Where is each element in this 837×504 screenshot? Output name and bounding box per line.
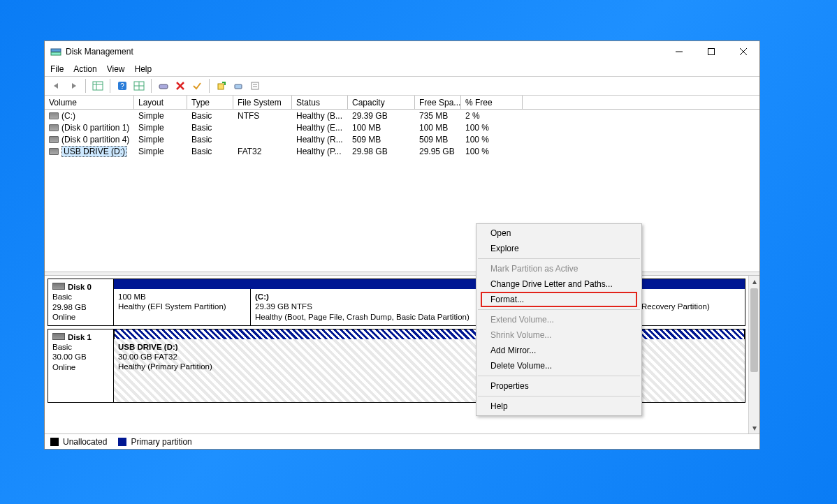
col-spacer bbox=[523, 96, 759, 109]
refresh-icon[interactable] bbox=[156, 78, 171, 94]
disk-icon bbox=[52, 283, 65, 290]
col-status[interactable]: Status bbox=[292, 96, 348, 109]
disk-label: Disk 1 Basic 30.00 GB Online bbox=[48, 329, 114, 402]
scroll-down-icon[interactable]: ▾ bbox=[749, 422, 759, 433]
svg-text:?: ? bbox=[120, 82, 124, 90]
partition-band-selected bbox=[114, 329, 745, 339]
svg-rect-6 bbox=[93, 82, 103, 90]
disk-name: Disk 0 bbox=[68, 283, 92, 291]
disk-icon bbox=[52, 333, 65, 340]
disk-management-window: Disk Management File Action View Help ? … bbox=[44, 40, 760, 450]
disk-size: 29.98 GB bbox=[52, 302, 109, 312]
scroll-thumb[interactable] bbox=[750, 288, 758, 372]
forward-button[interactable] bbox=[66, 78, 81, 94]
legend-primary: Primary partition bbox=[118, 437, 191, 447]
volume-fs: FAT32 bbox=[233, 147, 292, 156]
volume-status: Healthy (R... bbox=[292, 135, 348, 144]
ctx-mark-active: Mark Partition as Active bbox=[476, 261, 641, 276]
partition-band bbox=[114, 279, 745, 289]
view-grid-icon[interactable] bbox=[131, 78, 147, 94]
volume-status: Healthy (P... bbox=[292, 147, 348, 156]
scroll-up-icon[interactable]: ▴ bbox=[749, 276, 759, 287]
view-columns-icon[interactable] bbox=[90, 78, 105, 94]
svg-rect-16 bbox=[235, 84, 242, 89]
titlebar: Disk Management bbox=[45, 41, 759, 62]
disk-name: Disk 1 bbox=[68, 333, 92, 341]
eject-icon[interactable] bbox=[231, 78, 246, 94]
svg-rect-17 bbox=[252, 82, 259, 89]
delete-icon[interactable] bbox=[173, 78, 188, 94]
col-volume[interactable]: Volume bbox=[45, 96, 134, 109]
ctx-extend: Extend Volume... bbox=[476, 312, 641, 327]
volume-pct: 100 % bbox=[461, 135, 523, 144]
volume-layout: Simple bbox=[134, 123, 187, 133]
svg-rect-1 bbox=[51, 52, 61, 55]
svg-rect-0 bbox=[51, 49, 61, 52]
partition-selected[interactable]: USB DRIVE (D:) 30.00 GB FAT32 Healthy (P… bbox=[114, 339, 745, 402]
check-icon[interactable] bbox=[189, 78, 205, 94]
volume-status: Healthy (E... bbox=[292, 123, 348, 133]
disk-label: Disk 0 Basic 29.98 GB Online bbox=[48, 279, 114, 325]
volume-row[interactable]: (Disk 0 partition 4) Simple Basic Health… bbox=[45, 133, 759, 145]
properties-icon[interactable] bbox=[247, 78, 263, 94]
volume-icon bbox=[49, 112, 59, 119]
toolbar-separator bbox=[209, 79, 210, 93]
disk-status: Online bbox=[52, 312, 109, 322]
volume-capacity: 29.39 GB bbox=[348, 111, 415, 121]
volume-row[interactable]: (Disk 0 partition 1) Simple Basic Health… bbox=[45, 121, 759, 133]
menu-file[interactable]: File bbox=[50, 64, 64, 74]
close-button[interactable] bbox=[727, 41, 759, 62]
svg-rect-15 bbox=[218, 84, 224, 89]
ctx-open[interactable]: Open bbox=[476, 225, 641, 241]
disk-type: Basic bbox=[52, 292, 109, 302]
col-pctfree[interactable]: % Free bbox=[461, 96, 523, 109]
volume-pct: 100 % bbox=[461, 123, 523, 133]
volume-icon bbox=[49, 124, 59, 131]
col-type[interactable]: Type bbox=[187, 96, 233, 109]
help-icon[interactable]: ? bbox=[115, 78, 130, 94]
menu-action[interactable]: Action bbox=[73, 64, 96, 74]
volume-name: (Disk 0 partition 1) bbox=[61, 123, 129, 133]
partition[interactable]: 100 MB Healthy (EFI System Partition) bbox=[114, 289, 251, 325]
volume-free: 100 MB bbox=[415, 123, 461, 133]
legend-unallocated: Unallocated bbox=[50, 437, 107, 447]
menu-view[interactable]: View bbox=[107, 64, 125, 74]
volume-type: Basic bbox=[187, 111, 233, 121]
disk-type: Basic bbox=[52, 342, 109, 352]
minimize-button[interactable] bbox=[663, 41, 695, 62]
col-filesystem[interactable]: File System bbox=[233, 96, 292, 109]
new-volume-icon[interactable] bbox=[214, 78, 229, 94]
ctx-shrink: Shrink Volume... bbox=[476, 327, 641, 343]
maximize-button[interactable] bbox=[695, 41, 727, 62]
ctx-format-highlighted[interactable]: Format... bbox=[481, 292, 637, 307]
volume-capacity: 509 MB bbox=[348, 135, 415, 144]
volume-free: 29.95 GB bbox=[415, 147, 461, 156]
ctx-explore[interactable]: Explore bbox=[476, 241, 641, 256]
volume-row-selected[interactable]: USB DRIVE (D:) Simple Basic FAT32 Health… bbox=[45, 145, 759, 157]
menu-help[interactable]: Help bbox=[135, 64, 152, 74]
vertical-scrollbar[interactable]: ▴ ▾ bbox=[748, 276, 759, 433]
context-menu: Open Explore Mark Partition as Active Ch… bbox=[476, 223, 642, 416]
ctx-properties[interactable]: Properties bbox=[476, 378, 641, 394]
col-layout[interactable]: Layout bbox=[134, 96, 187, 109]
volume-list: (C:) Simple Basic NTFS Healthy (B... 29.… bbox=[45, 110, 759, 272]
col-freespace[interactable]: Free Spa... bbox=[415, 96, 461, 109]
ctx-change-letter[interactable]: Change Drive Letter and Paths... bbox=[476, 276, 641, 292]
volume-layout: Simple bbox=[134, 135, 187, 144]
volume-icon bbox=[49, 136, 59, 143]
back-button[interactable] bbox=[49, 78, 64, 94]
volume-name: (Disk 0 partition 4) bbox=[61, 135, 129, 144]
col-capacity[interactable]: Capacity bbox=[348, 96, 415, 109]
ctx-add-mirror[interactable]: Add Mirror... bbox=[476, 343, 641, 358]
legend: Unallocated Primary partition bbox=[45, 433, 759, 449]
ctx-separator bbox=[478, 258, 640, 259]
volume-row[interactable]: (C:) Simple Basic NTFS Healthy (B... 29.… bbox=[45, 110, 759, 121]
ctx-help[interactable]: Help bbox=[476, 399, 641, 414]
volume-pct: 100 % bbox=[461, 147, 523, 156]
volume-free: 735 MB bbox=[415, 111, 461, 121]
svg-rect-14 bbox=[159, 84, 168, 89]
partition-size: 100 MB bbox=[118, 292, 246, 302]
ctx-separator bbox=[478, 309, 640, 310]
ctx-delete-volume[interactable]: Delete Volume... bbox=[476, 358, 641, 373]
volume-capacity: 100 MB bbox=[348, 123, 415, 133]
